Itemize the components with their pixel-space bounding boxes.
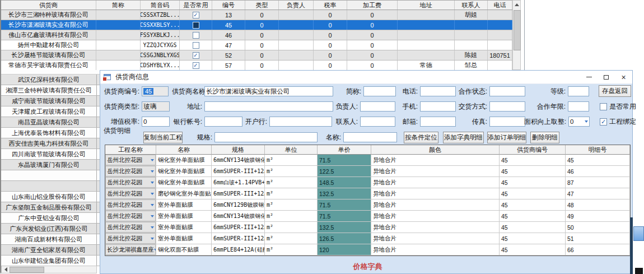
supplier-type-input[interactable]: 玻璃 xyxy=(142,101,170,112)
supplier-no-input[interactable]: 45 xyxy=(142,86,169,96)
cell-project[interactable]: 岳州北控花园 xyxy=(105,177,156,188)
cell-project[interactable]: 岳州北控花园 xyxy=(105,211,156,222)
cell-project[interactable]: 岳州北控花园 xyxy=(105,155,156,166)
table-row[interactable]: 佛山市亿鑫玻璃科技有限公司FSSYXBLKJ...46000 xyxy=(1,30,512,40)
common-checkbox[interactable]: ✓ xyxy=(193,12,199,18)
grid-row[interactable]: 岳州北控花园磨砂钢化室外单面贴膜6mmSUPER-III+12A(硅...m²1… xyxy=(105,188,630,199)
locate-by-condition-button[interactable]: 按条件定位 xyxy=(404,132,438,143)
table-row[interactable]: 常德市昊宇玻璃有限责任公司CDSHYBLYX...✓57000常德邹总 xyxy=(1,61,512,71)
bank-input[interactable] xyxy=(269,117,332,127)
list-item[interactable]: 武汉亿深科技有限公司 xyxy=(1,75,100,85)
list-item[interactable]: 南昌亚晶玻璃有限公司 xyxy=(1,117,100,128)
table-row[interactable]: 长沙市三湘特种玻璃有限公司CSSSXTZBL...✓13000胡姐 xyxy=(1,10,512,20)
column-header[interactable]: 电话 xyxy=(488,1,512,10)
copy-current-project-button[interactable]: 复制当前工程 xyxy=(143,132,183,143)
combo-dropdown-icon[interactable] xyxy=(151,170,154,173)
grid-column-header[interactable]: 单位 xyxy=(265,145,318,155)
phone-input[interactable] xyxy=(420,86,456,96)
grid-row[interactable]: 岳州北控花园室外单面贴膜6mmCNY134镀膜钢化m²71.5异地合片4549 xyxy=(105,211,630,222)
column-header[interactable]: 负责人 xyxy=(279,1,314,10)
common-checkbox[interactable] xyxy=(193,22,199,29)
mobile-input[interactable] xyxy=(420,101,456,112)
scroll-left-icon[interactable] xyxy=(2,267,10,272)
name-filter-input[interactable] xyxy=(343,132,397,142)
table-row[interactable]: 扬州中勤建材有限公司YZZQJCYXGS47000 xyxy=(1,40,512,50)
grade-input[interactable] xyxy=(568,86,589,96)
email-input[interactable] xyxy=(420,117,456,127)
common-checkbox[interactable]: ✓ xyxy=(193,52,199,59)
list-item[interactable]: 四川南玻节能玻璃有限公司 xyxy=(1,149,100,160)
column-header[interactable]: 类型 xyxy=(245,1,279,10)
add-order-detail-button[interactable]: 添加订单明细 xyxy=(487,132,526,143)
minimize-button[interactable] xyxy=(580,71,598,83)
list-item[interactable]: 广东兴发铝业(江西)有限公司 xyxy=(1,224,100,234)
list-item[interactable]: 山东南山铝业股份有限公司 xyxy=(1,192,100,202)
cell-project[interactable]: 岳州北控花园 xyxy=(105,233,156,244)
project-bind-checkbox[interactable]: ✓ xyxy=(600,118,607,126)
grid-row[interactable]: 岳州北控花园室外单面贴膜6mmCNY129B镀膜钢化m²71.5异地合片4548 xyxy=(105,199,630,211)
project-bind-checkbox-field[interactable]: ✓ 工程绑定 xyxy=(600,116,636,127)
combo-dropdown-icon[interactable] xyxy=(151,159,154,161)
grid-row[interactable]: 岳州北控花园室外单面贴膜6mmSUPER-III+12A(硅...m²126.5… xyxy=(105,233,630,244)
vat-rate-input[interactable]: 0 xyxy=(142,117,170,127)
list-item[interactable]: 西安佳吉美电力科技有限公司 xyxy=(1,138,100,149)
delete-detail-button[interactable]: 删除明细 xyxy=(530,132,559,143)
delivery-input[interactable] xyxy=(489,101,525,112)
contact-input[interactable] xyxy=(360,117,395,127)
abbr-input[interactable] xyxy=(363,86,396,96)
combo-dropdown-icon[interactable] xyxy=(151,226,154,229)
supplier-table-vscrollbar[interactable] xyxy=(512,0,521,70)
common-checkbox[interactable] xyxy=(193,32,199,39)
area-round-select[interactable]: 0 xyxy=(568,117,590,127)
list-item[interactable] xyxy=(1,170,100,181)
grid-row[interactable]: 岳州北控花园钢化室外单面贴膜6mmSUPER-III+12A(硅...m²122… xyxy=(105,166,630,177)
manager-input[interactable] xyxy=(360,101,395,112)
coop-status-input[interactable] xyxy=(489,86,525,96)
list-item[interactable] xyxy=(1,181,100,192)
address-input[interactable] xyxy=(204,101,333,112)
scroll-up-icon[interactable] xyxy=(513,1,520,9)
column-header[interactable]: 加工费 xyxy=(347,1,398,10)
grid-column-header[interactable]: 供货商编号 xyxy=(500,145,566,155)
spec-filter-input[interactable] xyxy=(214,132,318,142)
supplier-name-input[interactable]: 长沙市潇湘玻璃实业有限公司 xyxy=(204,86,333,96)
column-header[interactable]: 税率 xyxy=(314,1,347,10)
grid-column-header[interactable]: 单价 xyxy=(318,145,371,155)
grid-row[interactable]: 长沙龙湖祺鑫星座钢化双面不贴膜6mmPLE84+12A(硅酮胶...m²120异… xyxy=(105,244,630,256)
list-item[interactable]: 广东中亚铝业有限公司 xyxy=(1,213,100,224)
column-header[interactable]: 简音码 xyxy=(141,1,180,10)
column-header[interactable]: 编号 xyxy=(212,1,245,10)
cell-project[interactable]: 岳州北控花园 xyxy=(105,188,156,199)
fax-input[interactable] xyxy=(489,117,525,127)
table-row[interactable]: 长沙市潇湘玻璃实业有限公司CSSXXBLSY...45000 xyxy=(1,20,512,30)
grid-row[interactable]: 岳州北控花园室外单面贴膜6mmSUPER-III+12A(硅...m²132.5… xyxy=(105,222,630,233)
supplier-list-hscrollbar[interactable] xyxy=(1,266,97,273)
add-dict-detail-button[interactable]: 添加字典明细 xyxy=(443,132,484,143)
grid-column-header[interactable]: 名称 xyxy=(156,145,212,155)
column-header[interactable]: 联系人 xyxy=(455,1,488,10)
grid-row[interactable]: 岳州北控花园钢化室外单面贴膜6mm白玻+1.14PVB+6mm...m²148.… xyxy=(105,177,630,188)
grid-column-header[interactable]: 明细号 xyxy=(566,145,630,155)
common-checkbox-field[interactable]: 是否常用 xyxy=(600,101,636,112)
close-button[interactable]: × xyxy=(615,71,632,83)
vscroll-thumb[interactable] xyxy=(514,10,521,50)
maximize-button[interactable] xyxy=(598,71,615,83)
grid-row[interactable]: 岳州北控花园钢化室外单面贴膜6mmCNY134镀膜钢化m²71.5异地合片454… xyxy=(105,155,630,166)
table-row[interactable]: 长沙晟格节能玻璃有限公司CSSGJNBLYXGS✓52000陈姐180751 xyxy=(1,50,512,61)
bank-account-input[interactable] xyxy=(204,117,242,127)
cell-project[interactable]: 长沙龙湖祺鑫星座 xyxy=(105,244,156,256)
hscroll-thumb[interactable] xyxy=(10,267,44,273)
list-item[interactable]: 天津耀皮工程玻璃有限公司 xyxy=(1,106,100,117)
list-item[interactable]: 湖南广亚全铝家居有限公司 xyxy=(1,245,100,256)
list-item[interactable]: 湘潭三金特种玻璃有限责任公司 xyxy=(1,85,100,96)
combo-dropdown-icon[interactable] xyxy=(151,215,154,217)
column-header[interactable]: 供货商 xyxy=(1,1,96,10)
combo-dropdown-icon[interactable] xyxy=(151,182,154,184)
list-item[interactable]: 山东华建铝业集团有限公司 xyxy=(1,256,100,266)
list-item[interactable]: 东晶玻璃厦门有限公司 xyxy=(1,160,100,170)
combo-dropdown-icon[interactable] xyxy=(151,238,154,240)
cell-project[interactable]: 岳州北控花园 xyxy=(105,222,156,233)
common-checkbox[interactable] xyxy=(600,103,607,110)
coop-years-input[interactable] xyxy=(568,101,589,112)
save-return-button[interactable]: 存盘返回 xyxy=(599,85,631,97)
